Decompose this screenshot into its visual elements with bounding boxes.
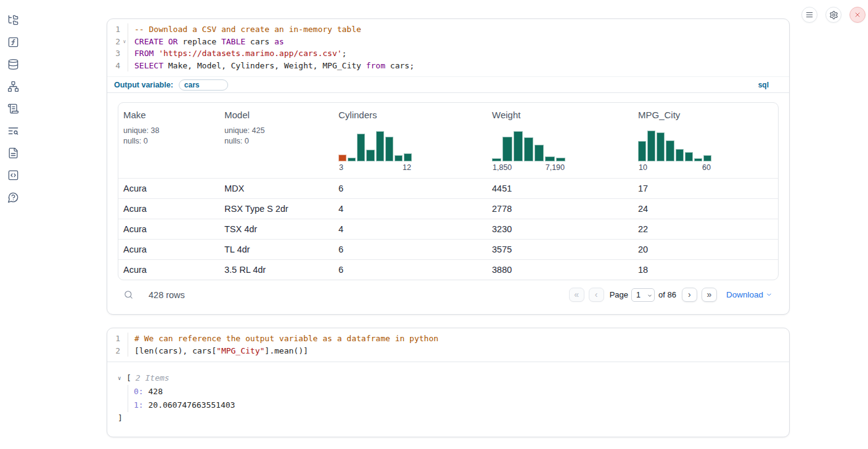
notebook-actions — [801, 7, 866, 23]
histogram-bar — [545, 156, 554, 161]
table-cell: 4 — [334, 219, 487, 239]
column-header[interactable]: Weight1,8507,190 — [487, 103, 633, 178]
line-number: 1 — [115, 333, 121, 345]
column-header[interactable]: Modelunique: 425nulls: 0 — [219, 103, 334, 178]
table-row[interactable]: AcuraMDX6445117 — [118, 178, 778, 198]
snippets-icon[interactable] — [7, 169, 19, 181]
documentation-icon[interactable] — [7, 147, 19, 159]
datasources-icon[interactable] — [7, 59, 19, 70]
tree-item[interactable]: 0: 428 — [134, 385, 779, 398]
code-text: SELECT Make, Model, Cylinders, Weight, M… — [128, 60, 414, 72]
histogram-bar — [676, 149, 684, 161]
help-icon[interactable] — [7, 192, 19, 203]
code-text: FROM 'https://datasets.marimo.app/cars.c… — [128, 47, 346, 60]
histogram-bars — [338, 129, 412, 161]
axis-min-label: 10 — [639, 163, 647, 172]
python-cell: 1# We can reference the output variable … — [107, 328, 790, 437]
code-line[interactable]: 1-- Download a CSV and create an in-memo… — [107, 23, 789, 36]
dependency-graph-icon[interactable] — [7, 81, 19, 92]
table-body: AcuraMDX6445117AcuraRSX Type S 2dr427782… — [118, 178, 778, 280]
table-cell: Acura — [118, 199, 219, 219]
download-button[interactable]: Download — [726, 290, 772, 299]
column-header[interactable]: Makeunique: 38nulls: 0 — [118, 103, 219, 178]
line-gutter: 1 — [107, 23, 128, 36]
gear-icon — [829, 10, 838, 20]
settings-button[interactable] — [825, 7, 841, 23]
language-badge: sql — [758, 81, 769, 89]
output-variable-input[interactable] — [179, 79, 228, 91]
column-histogram[interactable]: 1060 — [638, 129, 711, 173]
notebook: 1-- Download a CSV and create an in-memo… — [107, 18, 790, 437]
tree-item[interactable]: 1: 20.060747663551403 — [134, 398, 779, 412]
column-header[interactable]: MPG_City1060 — [633, 103, 778, 178]
python-code-editor[interactable]: 1# We can reference the output variable … — [107, 328, 789, 362]
fold-icon[interactable]: ∨ — [121, 36, 128, 48]
logs-icon[interactable] — [7, 125, 19, 137]
line-gutter: 4 — [107, 60, 128, 72]
histogram-bar — [638, 141, 646, 161]
column-histogram[interactable]: 1,8507,190 — [492, 129, 565, 173]
histogram-bar — [685, 152, 693, 161]
shutdown-button[interactable] — [850, 7, 866, 23]
column-name: Weight — [492, 110, 628, 120]
column-name: Make — [123, 110, 215, 120]
table-cell: 3575 — [487, 240, 633, 259]
table-cell: 17 — [633, 179, 778, 198]
code-line[interactable]: 3FROM 'https://datasets.marimo.app/cars.… — [107, 47, 789, 60]
code-line[interactable]: 2[len(cars), cars["MPG_City"].mean()] — [107, 345, 789, 357]
axis-min-label: 1,850 — [493, 163, 512, 172]
prev-page-button[interactable]: ‹ — [589, 288, 604, 302]
search-icon[interactable] — [123, 289, 134, 300]
page-label: Page — [610, 290, 628, 299]
column-header[interactable]: Cylinders312 — [334, 103, 487, 178]
table-cell: 20 — [633, 240, 778, 259]
last-page-button[interactable]: » — [702, 288, 717, 302]
functions-icon[interactable] — [7, 36, 19, 48]
histogram-bar — [376, 131, 384, 161]
python-output-tree: ∨ [ 2 Items 0: 4281: 20.060747663551403 … — [107, 362, 789, 437]
scratchpad-icon[interactable] — [7, 103, 19, 115]
code-text: [len(cars), cars["MPG_City"].mean()] — [128, 345, 308, 357]
close-icon — [854, 11, 861, 18]
code-line[interactable]: 2∨CREATE OR replace TABLE cars as — [107, 36, 789, 48]
sql-code-editor[interactable]: 1-- Download a CSV and create an in-memo… — [107, 19, 789, 76]
column-stats: unique: 425nulls: 0 — [224, 126, 329, 147]
page-select[interactable]: 1 — [631, 288, 655, 302]
table-cell: TSX 4dr — [219, 219, 334, 239]
output-variable-label: Output variable: — [114, 81, 173, 89]
line-gutter: 3 — [107, 47, 128, 60]
table-row[interactable]: AcuraTSX 4dr4323022 — [118, 219, 778, 239]
column-histogram[interactable]: 312 — [338, 129, 412, 173]
table-row[interactable]: AcuraTL 4dr6357520 — [118, 239, 778, 259]
first-page-button[interactable]: « — [569, 288, 584, 302]
menu-button[interactable] — [801, 7, 817, 23]
code-line[interactable]: 1# We can reference the output variable … — [107, 333, 789, 345]
line-number: 2 — [115, 36, 121, 48]
sidebar — [0, 0, 26, 203]
histogram-axis: 312 — [338, 163, 412, 173]
table-row[interactable]: AcuraRSX Type S 2dr4277824 — [118, 198, 778, 219]
next-page-button[interactable]: › — [682, 288, 697, 302]
item-key: 1: — [134, 400, 144, 410]
column-name: Cylinders — [338, 110, 482, 120]
table-row[interactable]: Acura3.5 RL 4dr6388018 — [118, 259, 778, 280]
table-cell: 3880 — [487, 260, 633, 280]
histogram-bar — [357, 134, 365, 161]
histogram-bar — [348, 158, 356, 161]
table-cell: Acura — [118, 179, 219, 198]
histogram-bar — [338, 155, 346, 161]
code-line[interactable]: 4SELECT Make, Model, Cylinders, Weight, … — [107, 60, 789, 72]
histogram-bars — [492, 129, 565, 161]
histogram-bar — [492, 158, 501, 161]
table-cell: 2778 — [487, 199, 633, 219]
file-explorer-icon[interactable] — [7, 14, 19, 26]
code-text: CREATE OR replace TABLE cars as — [128, 36, 284, 48]
output-variable-bar: Output variable: sql — [107, 76, 789, 93]
column-stats: unique: 38nulls: 0 — [123, 126, 215, 147]
axis-max-label: 12 — [403, 163, 411, 172]
line-number: 3 — [115, 47, 121, 60]
line-gutter: 2 — [107, 345, 128, 357]
line-gutter: 1 — [107, 333, 128, 345]
histogram-bar — [404, 153, 412, 161]
collapse-chevron-icon[interactable]: ∨ — [118, 371, 126, 385]
